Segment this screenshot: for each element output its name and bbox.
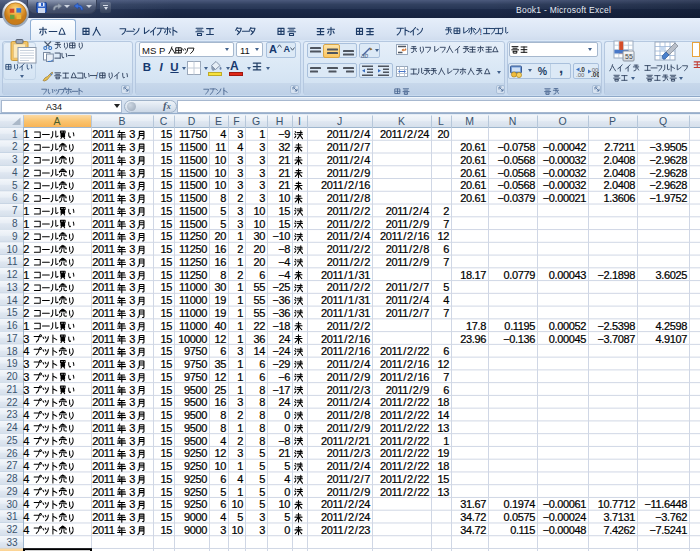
svg-text:−25: −25 — [272, 281, 290, 293]
svg-text:1: 1 — [443, 435, 449, 447]
svg-text:2011/2/22: 2011/2/22 — [380, 435, 429, 447]
svg-text:13: 13 — [6, 282, 18, 293]
svg-text:40: 40 — [215, 320, 227, 332]
svg-text:H: H — [276, 115, 284, 127]
svg-text:−9: −9 — [278, 128, 290, 140]
svg-text:2: 2 — [23, 154, 29, 166]
svg-text:−3.7087: −3.7087 — [597, 333, 635, 345]
svg-text:4: 4 — [237, 141, 243, 153]
svg-text:−0.00061: −0.00061 — [543, 498, 587, 510]
svg-text:11500: 11500 — [179, 218, 207, 230]
svg-text:20: 20 — [254, 256, 266, 268]
svg-text:2011: 2011 — [92, 371, 114, 383]
svg-text:15: 15 — [161, 307, 173, 319]
svg-text:17.8: 17.8 — [466, 320, 486, 332]
svg-text:2011: 2011 — [92, 435, 114, 447]
svg-text:3: 3 — [129, 294, 135, 306]
svg-text:5: 5 — [220, 486, 226, 498]
svg-text:15: 15 — [161, 473, 173, 485]
svg-text:2011: 2011 — [92, 154, 114, 166]
svg-text:−7.5241: −7.5241 — [649, 524, 687, 536]
svg-text:5: 5 — [237, 511, 243, 523]
svg-text:0.1195: 0.1195 — [504, 320, 535, 332]
svg-text:18: 18 — [438, 396, 450, 408]
svg-text:3: 3 — [129, 358, 135, 370]
svg-text:8: 8 — [259, 384, 265, 396]
svg-text:0.115: 0.115 — [510, 524, 535, 536]
svg-text:11500: 11500 — [179, 141, 207, 153]
svg-text:2011/1/31: 2011/1/31 — [321, 307, 370, 319]
svg-text:F: F — [233, 115, 239, 127]
svg-text:2: 2 — [443, 205, 449, 217]
svg-text:3: 3 — [237, 128, 243, 140]
svg-text:15: 15 — [438, 473, 450, 485]
svg-text:4: 4 — [23, 486, 29, 498]
svg-text:2011: 2011 — [92, 473, 114, 485]
svg-text:−8: −8 — [278, 435, 290, 447]
svg-text:2011/2/7: 2011/2/7 — [327, 141, 370, 153]
svg-text:2.0408: 2.0408 — [604, 154, 636, 166]
svg-text:20.61: 20.61 — [460, 167, 486, 179]
svg-text:21: 21 — [279, 154, 291, 166]
svg-text:15: 15 — [161, 511, 173, 523]
svg-text:9250: 9250 — [184, 498, 207, 510]
svg-text:16: 16 — [6, 320, 18, 331]
svg-text:8: 8 — [259, 409, 265, 421]
svg-text:11: 11 — [215, 141, 226, 153]
svg-text:11500: 11500 — [179, 179, 207, 191]
svg-text:2011/1/31: 2011/1/31 — [321, 294, 370, 306]
svg-text:−24: −24 — [272, 345, 290, 357]
svg-text:5: 5 — [259, 460, 265, 472]
svg-text:15: 15 — [6, 307, 18, 318]
svg-text:6: 6 — [443, 243, 449, 255]
svg-text:11000: 11000 — [179, 307, 207, 319]
svg-text:2011/2/16: 2011/2/16 — [380, 371, 429, 383]
svg-text:2: 2 — [237, 192, 243, 204]
svg-text:7: 7 — [443, 371, 449, 383]
svg-text:3: 3 — [259, 154, 265, 166]
svg-text:2011/2/4: 2011/2/4 — [327, 460, 370, 472]
svg-text:−0.0379: −0.0379 — [497, 192, 535, 204]
svg-text:−4: −4 — [278, 256, 290, 268]
svg-text:−0.00032: −0.00032 — [543, 179, 587, 191]
svg-text:3: 3 — [237, 345, 243, 357]
svg-text:1: 1 — [237, 230, 243, 242]
svg-text:15: 15 — [161, 435, 173, 447]
svg-text:3: 3 — [220, 524, 226, 536]
svg-text:E: E — [215, 115, 222, 127]
svg-text:2011/2/24: 2011/2/24 — [321, 511, 370, 523]
svg-text:2011: 2011 — [92, 281, 114, 293]
svg-text:9750: 9750 — [184, 371, 207, 383]
svg-text:3: 3 — [129, 205, 135, 217]
svg-text:15: 15 — [161, 358, 173, 370]
svg-text:2011/2/2: 2011/2/2 — [327, 320, 370, 332]
svg-text:6: 6 — [220, 498, 226, 510]
svg-text:1: 1 — [23, 205, 29, 217]
svg-text:7.4262: 7.4262 — [604, 524, 636, 536]
svg-text:9: 9 — [12, 231, 18, 242]
svg-text:15: 15 — [161, 384, 173, 396]
svg-text:1: 1 — [237, 256, 243, 268]
svg-text:2011: 2011 — [92, 422, 114, 434]
svg-text:−2.9628: −2.9628 — [649, 179, 687, 191]
svg-text:3: 3 — [129, 218, 135, 230]
svg-text:31: 31 — [6, 511, 18, 522]
svg-text:9500: 9500 — [184, 435, 207, 447]
svg-text:30: 30 — [215, 281, 227, 293]
svg-text:−0.00032: −0.00032 — [543, 154, 587, 166]
svg-text:26: 26 — [6, 448, 18, 459]
svg-text:2: 2 — [237, 269, 243, 281]
svg-text:11000: 11000 — [179, 294, 207, 306]
svg-text:.00: .00 — [576, 71, 585, 77]
svg-text:2011/2/22: 2011/2/22 — [380, 345, 429, 357]
svg-text:2011: 2011 — [92, 333, 114, 345]
svg-text:2011/2/22: 2011/2/22 — [380, 473, 429, 485]
svg-text:−0.00021: −0.00021 — [543, 192, 587, 204]
svg-text:20.61: 20.61 — [460, 192, 486, 204]
svg-text:3: 3 — [259, 179, 265, 191]
svg-text:3: 3 — [129, 141, 135, 153]
svg-text:4: 4 — [220, 128, 226, 140]
svg-text:8: 8 — [220, 409, 226, 421]
svg-text:15: 15 — [161, 498, 173, 510]
svg-text:1: 1 — [237, 460, 243, 472]
